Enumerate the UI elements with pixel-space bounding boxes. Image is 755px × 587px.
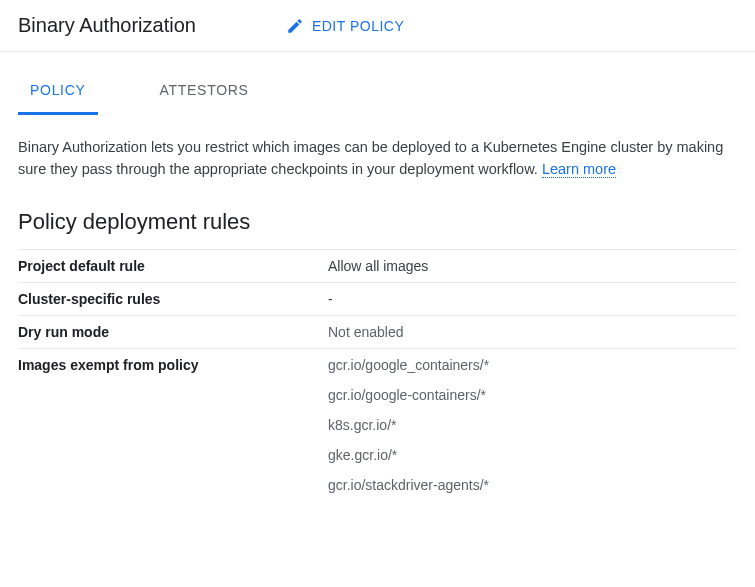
edit-policy-button[interactable]: EDIT POLICY xyxy=(286,17,404,35)
tab-attestors[interactable]: ATTESTORS xyxy=(148,82,261,115)
exempt-image-item: gcr.io/google-containers/* xyxy=(328,387,489,403)
tab-policy[interactable]: POLICY xyxy=(18,82,98,115)
rule-row-cluster: Cluster-specific rules - xyxy=(18,282,737,315)
rules-table: Project default rule Allow all images Cl… xyxy=(0,249,755,501)
rule-value: Allow all images xyxy=(328,258,428,274)
rule-label: Cluster-specific rules xyxy=(18,291,328,307)
page-header: Binary Authorization EDIT POLICY xyxy=(0,0,755,52)
rule-value: - xyxy=(328,291,333,307)
learn-more-link[interactable]: Learn more xyxy=(542,161,616,178)
rule-label: Images exempt from policy xyxy=(18,357,328,373)
exempt-image-item: gke.gcr.io/* xyxy=(328,447,489,463)
tab-bar: POLICY ATTESTORS xyxy=(0,52,755,116)
description-body: Binary Authorization lets you restrict w… xyxy=(18,139,723,177)
rule-row-exempt: Images exempt from policy gcr.io/google_… xyxy=(18,348,737,501)
exempt-image-item: gcr.io/google_containers/* xyxy=(328,357,489,373)
page-title: Binary Authorization xyxy=(18,14,196,37)
section-title: Policy deployment rules xyxy=(0,181,755,249)
rule-label: Project default rule xyxy=(18,258,328,274)
rule-row-default: Project default rule Allow all images xyxy=(18,249,737,282)
exempt-image-item: gcr.io/stackdriver-agents/* xyxy=(328,477,489,493)
exempt-image-item: k8s.gcr.io/* xyxy=(328,417,489,433)
edit-policy-label: EDIT POLICY xyxy=(312,18,404,34)
description-text: Binary Authorization lets you restrict w… xyxy=(0,116,755,181)
pencil-icon xyxy=(286,17,304,35)
exempt-image-list: gcr.io/google_containers/* gcr.io/google… xyxy=(328,357,489,493)
rule-label: Dry run mode xyxy=(18,324,328,340)
rule-value: Not enabled xyxy=(328,324,404,340)
rule-row-dryrun: Dry run mode Not enabled xyxy=(18,315,737,348)
